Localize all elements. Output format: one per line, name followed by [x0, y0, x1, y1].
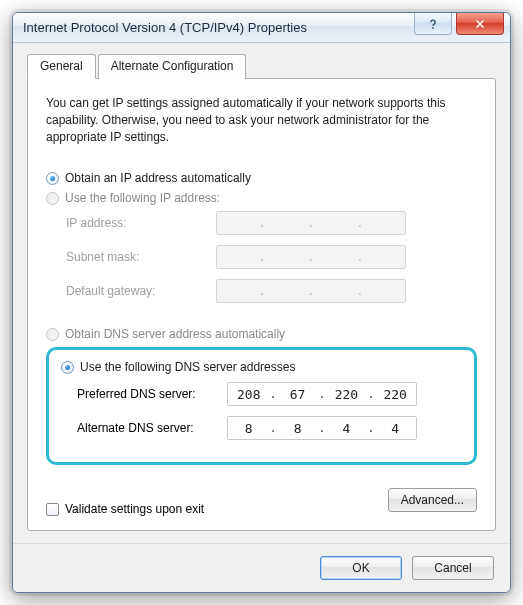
dns-highlight-box: Use the following DNS server addresses P…: [46, 347, 477, 465]
tab-alternate-configuration[interactable]: Alternate Configuration: [98, 54, 247, 79]
radio-dns-auto[interactable]: Obtain DNS server address automatically: [46, 327, 477, 341]
help-icon: [426, 17, 440, 31]
radio-icon: [46, 328, 59, 341]
default-gateway-label: Default gateway:: [66, 284, 216, 298]
title-buttons: [414, 13, 510, 42]
radio-dns-manual[interactable]: Use the following DNS server addresses: [61, 360, 462, 374]
radio-label: Use the following IP address:: [65, 191, 220, 205]
radio-label: Obtain DNS server address automatically: [65, 327, 285, 341]
close-icon: [473, 17, 487, 31]
validate-checkbox-row[interactable]: Validate settings upon exit: [46, 502, 204, 516]
advanced-button[interactable]: Advanced...: [388, 488, 477, 512]
validate-label: Validate settings upon exit: [65, 502, 204, 516]
subnet-mask-label: Subnet mask:: [66, 250, 216, 264]
radio-label: Obtain an IP address automatically: [65, 171, 251, 185]
preferred-dns-input[interactable]: 208. 67. 220. 220: [227, 382, 417, 406]
ok-button[interactable]: OK: [320, 556, 402, 580]
cancel-button[interactable]: Cancel: [412, 556, 494, 580]
ip-address-input: . . .: [216, 211, 406, 235]
radio-icon: [46, 172, 59, 185]
dns-group: Obtain DNS server address automatically …: [46, 321, 477, 465]
default-gateway-input: . . .: [216, 279, 406, 303]
dns-fields: Preferred DNS server: 208. 67. 220. 220 …: [77, 382, 462, 440]
alternate-dns-label: Alternate DNS server:: [77, 421, 227, 435]
ip-address-label: IP address:: [66, 216, 216, 230]
radio-icon: [61, 361, 74, 374]
tab-panel-general: You can get IP settings assigned automat…: [27, 78, 496, 531]
window-title: Internet Protocol Version 4 (TCP/IPv4) P…: [23, 20, 414, 35]
client-area: General Alternate Configuration You can …: [13, 43, 510, 543]
radio-label: Use the following DNS server addresses: [80, 360, 295, 374]
tab-general[interactable]: General: [27, 54, 96, 79]
ipv4-properties-dialog: Internet Protocol Version 4 (TCP/IPv4) P…: [12, 12, 511, 593]
bottom-row: Validate settings upon exit Advanced...: [46, 488, 477, 516]
dialog-footer: OK Cancel: [13, 543, 510, 592]
checkbox-icon: [46, 503, 59, 516]
titlebar: Internet Protocol Version 4 (TCP/IPv4) P…: [13, 13, 510, 43]
radio-ip-auto[interactable]: Obtain an IP address automatically: [46, 171, 477, 185]
close-button[interactable]: [456, 13, 504, 35]
alternate-dns-input[interactable]: 8. 8. 4. 4: [227, 416, 417, 440]
svg-point-0: [432, 27, 434, 29]
ip-group: Obtain an IP address automatically Use t…: [46, 165, 477, 311]
preferred-dns-label: Preferred DNS server:: [77, 387, 227, 401]
tabstrip: General Alternate Configuration: [27, 53, 496, 78]
ip-fields: IP address: . . . Subnet mask: . . . D: [66, 211, 477, 303]
intro-text: You can get IP settings assigned automat…: [46, 95, 477, 145]
radio-icon: [46, 192, 59, 205]
help-button[interactable]: [414, 13, 452, 35]
subnet-mask-input: . . .: [216, 245, 406, 269]
radio-ip-manual[interactable]: Use the following IP address:: [46, 191, 477, 205]
